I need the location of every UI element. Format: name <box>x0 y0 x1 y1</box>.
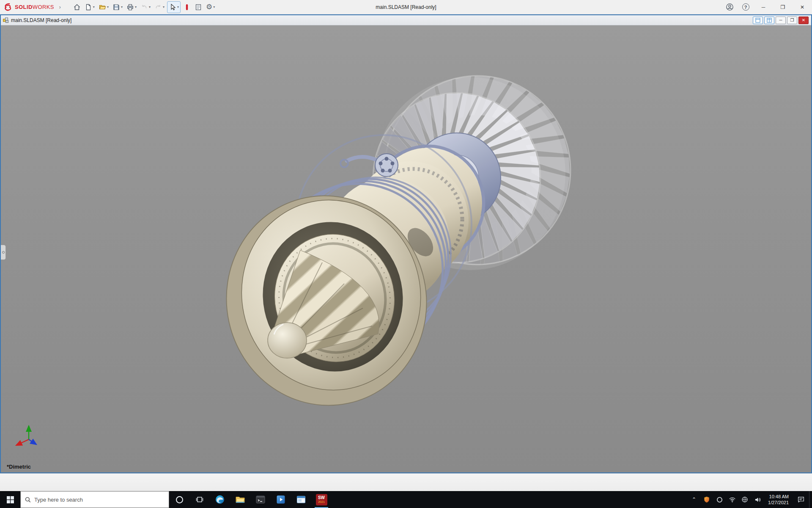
tile-window-button[interactable] <box>764 17 774 24</box>
document-window: main.SLDASM [Read-only] ─ ❐ ✕ <box>0 14 812 473</box>
redo-button[interactable]: ▾ <box>153 1 166 13</box>
task-view-button[interactable] <box>189 491 210 508</box>
brand-solid: SOLID <box>15 4 33 10</box>
app-titlebar: SOLIDWORKS › ▾ ▾ <box>0 0 812 14</box>
undo-button[interactable]: ▾ <box>139 1 152 13</box>
threedexperience-button[interactable] <box>182 1 192 13</box>
assembly-document-icon <box>3 17 9 23</box>
status-circle-icon <box>716 497 723 503</box>
view-orientation-label: *Dimetric <box>7 464 31 470</box>
action-center-button[interactable] <box>793 491 809 508</box>
security-tray-button[interactable] <box>700 491 713 508</box>
orientation-triad <box>12 422 46 456</box>
taskbar-clock[interactable]: 10:48 AM 1/27/2021 <box>764 491 793 508</box>
document-window-controls: ─ ❐ ✕ <box>753 17 809 24</box>
dropdown-caret-icon[interactable]: ▾ <box>135 5 137 9</box>
tray-overflow-button[interactable]: ⌃ <box>688 491 700 508</box>
windows-logo-icon <box>7 496 14 503</box>
triad-x-axis <box>16 439 29 445</box>
file-explorer-button[interactable] <box>230 491 250 508</box>
start-button[interactable] <box>0 491 20 508</box>
volume-tray-button[interactable] <box>751 491 764 508</box>
titlebar-right-controls: ? ─ ❐ ✕ <box>721 0 812 14</box>
wifi-tray-button[interactable] <box>726 491 738 508</box>
search-input[interactable] <box>34 497 165 503</box>
app-close-button[interactable]: ✕ <box>793 0 812 14</box>
solidworks-taskbar-button[interactable]: SW 2021 <box>311 491 332 508</box>
windows-taskbar: SW 2021 ⌃ <box>0 491 812 508</box>
save-button[interactable]: ▾ <box>111 1 124 13</box>
search-icon <box>25 497 31 503</box>
dropdown-caret-icon[interactable]: ▾ <box>93 5 95 9</box>
document-titlebar[interactable]: main.SLDASM [Read-only] ─ ❐ ✕ <box>1 15 811 25</box>
graphics-viewport[interactable]: *Dimetric <box>1 25 811 472</box>
clock-time: 10:48 AM <box>769 494 789 500</box>
settings-app-button[interactable] <box>291 491 311 508</box>
show-desktop-button[interactable] <box>809 491 812 508</box>
menu-expand-arrow-icon[interactable]: › <box>57 4 63 10</box>
document-title: main.SLDASM [Read-only] <box>11 17 71 23</box>
help-icon: ? <box>742 3 749 11</box>
dropdown-caret-icon[interactable]: ▾ <box>213 5 215 9</box>
taskbar-search[interactable] <box>20 491 169 508</box>
terminal-button[interactable] <box>250 491 271 508</box>
status-bar <box>0 473 812 491</box>
media-app-button[interactable] <box>271 491 291 508</box>
media-app-icon <box>276 494 286 505</box>
edge-icon <box>215 494 225 505</box>
doc-close-button[interactable]: ✕ <box>798 17 809 24</box>
threedexperience-icon <box>183 3 191 11</box>
featuremanager-collapsed-tab[interactable] <box>1 245 6 260</box>
cone-cap[interactable] <box>268 323 307 358</box>
dropdown-caret-icon[interactable]: ▾ <box>163 5 165 9</box>
dropdown-caret-icon[interactable]: ▾ <box>121 5 123 9</box>
edge-button[interactable] <box>210 491 230 508</box>
app-window-icon <box>296 494 306 505</box>
dropdown-caret-icon[interactable]: ▾ <box>107 5 109 9</box>
clock-date: 1/27/2021 <box>768 500 789 505</box>
quick-toolbar: ▾ ▾ ▾ <box>72 0 216 14</box>
file-properties-icon <box>195 3 202 11</box>
cortana-button[interactable] <box>169 491 189 508</box>
terminal-icon <box>255 494 266 505</box>
help-glyph: ? <box>744 5 747 10</box>
globe-icon <box>741 496 748 503</box>
onedrive-tray-button[interactable] <box>713 491 726 508</box>
account-button[interactable] <box>721 0 738 14</box>
dropdown-caret-icon[interactable]: ▾ <box>149 5 151 9</box>
app-restore-button[interactable]: ❐ <box>773 0 793 14</box>
shield-icon <box>703 496 710 503</box>
window-tile-icon <box>767 18 772 23</box>
featuremanager-tab-icon <box>2 251 5 254</box>
jet-engine-model[interactable] <box>1 25 811 472</box>
brand-works: WORKS <box>33 4 54 10</box>
home-icon <box>73 3 81 11</box>
doc-restore-button[interactable]: ❐ <box>787 17 797 24</box>
file-properties-button[interactable] <box>193 1 203 13</box>
file-explorer-icon <box>235 494 245 505</box>
select-tool-button[interactable]: ▾ <box>167 1 181 13</box>
user-account-icon <box>726 3 734 11</box>
solidworks-app-icon: SW 2021 <box>316 494 327 505</box>
help-button[interactable]: ? <box>738 0 754 14</box>
open-folder-icon <box>99 3 106 11</box>
options-button[interactable]: ⚙ ▾ <box>205 1 216 13</box>
speaker-icon <box>754 496 761 503</box>
open-button[interactable]: ▾ <box>97 1 110 13</box>
print-icon <box>126 3 134 11</box>
print-button[interactable]: ▾ <box>125 1 138 13</box>
wifi-icon <box>729 496 736 503</box>
solidworks-icon-text: SW <box>318 496 325 500</box>
network-tray-button[interactable] <box>738 491 751 508</box>
app-minimize-button[interactable]: ─ <box>754 0 773 14</box>
new-window-button[interactable] <box>753 17 763 24</box>
system-tray: ⌃ <box>688 491 812 508</box>
doc-minimize-button[interactable]: ─ <box>776 17 786 24</box>
new-document-icon <box>85 3 92 11</box>
home-button[interactable] <box>72 1 82 13</box>
window-title: main.SLDASM [Read-only] <box>376 0 436 14</box>
solidworks-brand: SOLIDWORKS <box>3 3 57 11</box>
new-document-button[interactable]: ▾ <box>83 1 96 13</box>
dropdown-caret-icon[interactable]: ▾ <box>177 5 179 9</box>
solidworks-desktop: SOLIDWORKS › ▾ ▾ <box>0 0 812 508</box>
